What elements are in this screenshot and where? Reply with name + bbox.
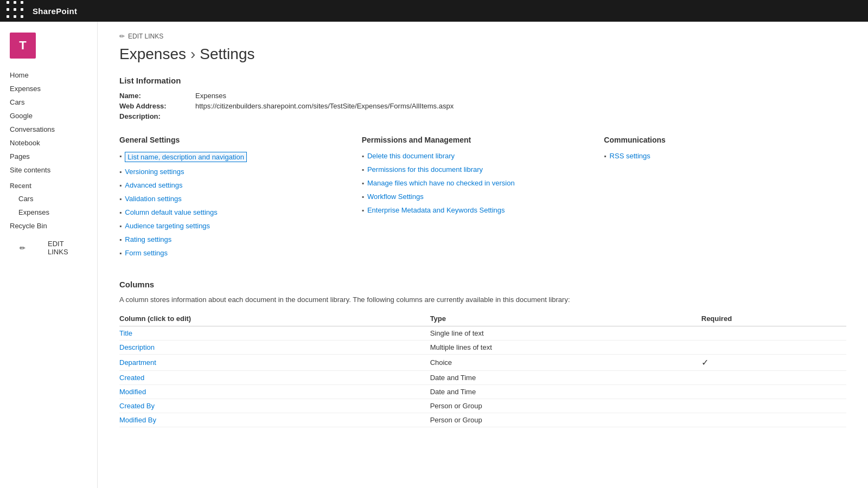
web-address-label: Web Address:	[119, 102, 195, 110]
link-versioning[interactable]: Versioning settings	[125, 168, 184, 176]
settings-link-enterprise-metadata[interactable]: ▪ Enterprise Metadata and Keywords Setti…	[362, 206, 604, 214]
sidebar-item-home[interactable]: Home	[0, 68, 97, 82]
columns-heading: Columns	[119, 280, 846, 289]
column-name-cell[interactable]: Modified	[119, 385, 430, 399]
settings-link-delete[interactable]: ▪ Delete this document library	[362, 152, 604, 160]
settings-link-permissions[interactable]: ▪ Permissions for this document library	[362, 165, 604, 174]
table-row: DepartmentChoice✓	[119, 355, 846, 371]
sidebar-item-google[interactable]: Google	[0, 109, 97, 123]
list-info-web-address-row: Web Address: https://citizenbuilders.sha…	[119, 102, 846, 110]
link-enterprise-metadata[interactable]: Enterprise Metadata and Keywords Setting…	[367, 206, 505, 214]
link-rss[interactable]: RSS settings	[610, 152, 650, 160]
sidebar: T Home Expenses Cars Google Conversation…	[0, 22, 98, 488]
pencil-icon-header: ✏	[119, 33, 125, 40]
bullet-icon: ▪	[119, 236, 122, 243]
edit-links-header[interactable]: ✏ EDIT LINKS	[119, 33, 846, 40]
sidebar-item-notebook[interactable]: Notebook	[0, 136, 97, 150]
bullet-icon: ▪	[119, 249, 122, 257]
link-workflow[interactable]: Workflow Settings	[367, 192, 424, 201]
column-type-cell: Date and Time	[430, 371, 701, 385]
link-form[interactable]: Form settings	[125, 249, 168, 257]
column-type-cell: Person or Group	[430, 399, 701, 413]
settings-grid: General Settings ▪ List name, descriptio…	[119, 136, 846, 262]
sidebar-item-pages[interactable]: Pages	[0, 150, 97, 163]
column-type-cell: Date and Time	[430, 385, 701, 399]
breadcrumb-separator: ›	[190, 46, 195, 63]
link-advanced[interactable]: Advanced settings	[125, 181, 182, 189]
column-name-cell[interactable]: Created	[119, 371, 430, 385]
column-name-cell[interactable]: Modified By	[119, 413, 430, 427]
sidebar-item-site-contents[interactable]: Site contents	[0, 163, 97, 177]
columns-section: Columns A column stores information abou…	[119, 280, 846, 427]
bullet-icon: ▪	[119, 209, 122, 216]
column-required-cell: ✓	[701, 355, 846, 371]
sidebar-item-cars[interactable]: Cars	[0, 95, 97, 109]
link-audience[interactable]: Audience targeting settings	[125, 222, 210, 230]
link-list-name[interactable]: List name, description and navigation	[125, 152, 247, 162]
description-label: Description:	[119, 112, 195, 120]
sidebar-edit-links-label: EDIT LINKS	[38, 237, 87, 259]
breadcrumb-expenses[interactable]: Expenses	[119, 46, 186, 63]
sidebar-item-conversations[interactable]: Conversations	[0, 123, 97, 136]
bullet-icon: ▪	[362, 193, 364, 201]
bullet-icon: ▪	[362, 166, 364, 174]
topbar-title: SharePoint	[33, 7, 77, 16]
columns-table-header-row: Column (click to edit) Type Required	[119, 311, 846, 326]
column-name-cell[interactable]: Department	[119, 355, 430, 371]
column-name-cell[interactable]: Title	[119, 326, 430, 341]
check-mark-icon: ✓	[701, 358, 709, 367]
settings-link-versioning[interactable]: ▪ Versioning settings	[119, 168, 362, 176]
name-label: Name:	[119, 92, 195, 100]
main-content: ✏ EDIT LINKS Expenses › Settings List In…	[98, 22, 868, 488]
sidebar-item-recycle-bin[interactable]: Recycle Bin	[0, 219, 97, 233]
bullet-icon: ▪	[604, 152, 606, 160]
settings-link-audience[interactable]: ▪ Audience targeting settings	[119, 222, 362, 230]
settings-link-advanced[interactable]: ▪ Advanced settings	[119, 181, 362, 189]
site-logo: T	[10, 33, 36, 59]
bullet-icon: ▪	[119, 168, 122, 176]
link-validation[interactable]: Validation settings	[125, 195, 182, 203]
sidebar-item-recent-cars[interactable]: Cars	[0, 192, 97, 206]
settings-link-validation[interactable]: ▪ Validation settings	[119, 195, 362, 203]
column-name-cell[interactable]: Created By	[119, 399, 430, 413]
app-grid-icon[interactable]	[7, 1, 26, 21]
col-header-required: Required	[701, 311, 846, 326]
table-row: CreatedDate and Time	[119, 371, 846, 385]
link-rating[interactable]: Rating settings	[125, 235, 171, 243]
column-required-cell	[701, 385, 846, 399]
link-manage-files[interactable]: Manage files which have no checked in ve…	[367, 179, 515, 187]
link-permissions[interactable]: Permissions for this document library	[367, 165, 483, 174]
sidebar-item-recent-expenses[interactable]: Expenses	[0, 206, 97, 219]
sidebar-nav: Home Expenses Cars Google Conversations …	[0, 68, 97, 263]
general-settings-heading: General Settings	[119, 136, 362, 144]
settings-link-form[interactable]: ▪ Form settings	[119, 249, 362, 257]
table-row: DescriptionMultiple lines of text	[119, 341, 846, 355]
table-row: TitleSingle line of text	[119, 326, 846, 341]
permissions-col: Permissions and Management ▪ Delete this…	[362, 136, 604, 262]
list-info-name-row: Name: Expenses	[119, 92, 846, 100]
columns-table: Column (click to edit) Type Required Tit…	[119, 311, 846, 427]
columns-desc: A column stores information about each d…	[119, 296, 846, 304]
settings-link-workflow[interactable]: ▪ Workflow Settings	[362, 192, 604, 201]
bullet-icon: ▪	[119, 152, 122, 160]
sidebar-edit-links[interactable]: ✏ EDIT LINKS	[0, 233, 97, 263]
col-header-name: Column (click to edit)	[119, 311, 430, 326]
settings-link-rating[interactable]: ▪ Rating settings	[119, 235, 362, 243]
web-address-value: https://citizenbuilders.sharepoint.com/s…	[195, 102, 454, 110]
settings-link-manage-files[interactable]: ▪ Manage files which have no checked in …	[362, 179, 604, 187]
breadcrumb-settings: Settings	[200, 46, 254, 63]
column-name-cell[interactable]: Description	[119, 341, 430, 355]
link-delete[interactable]: Delete this document library	[367, 152, 455, 160]
bullet-icon: ▪	[362, 179, 364, 187]
bullet-icon: ▪	[362, 152, 364, 160]
settings-link-rss[interactable]: ▪ RSS settings	[604, 152, 846, 160]
page-title: Expenses › Settings	[119, 46, 846, 63]
link-column-default[interactable]: Column default value settings	[125, 208, 218, 216]
communications-heading: Communications	[604, 136, 846, 144]
column-type-cell: Single line of text	[430, 326, 701, 341]
settings-link-list-name[interactable]: ▪ List name, description and navigation	[119, 152, 362, 162]
sidebar-item-expenses[interactable]: Expenses	[0, 82, 97, 95]
name-value: Expenses	[195, 92, 226, 100]
settings-link-column-default[interactable]: ▪ Column default value settings	[119, 208, 362, 216]
column-type-cell: Choice	[430, 355, 701, 371]
